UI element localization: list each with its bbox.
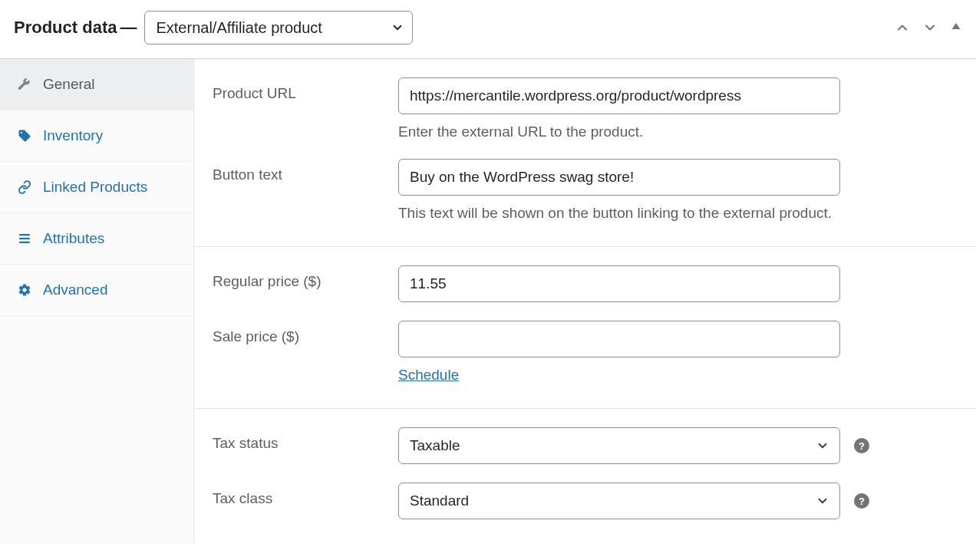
wrench-icon (17, 77, 32, 92)
section-pricing: Regular price ($) Sale price ($) Schedul… (194, 247, 976, 409)
section-tax: Tax status Taxable ? Tax class (194, 409, 976, 544)
panel-title-dash: — (120, 18, 137, 38)
tax-status-select[interactable]: Taxable (398, 427, 840, 464)
section-external: Product URL Enter the external URL to th… (194, 59, 976, 247)
tab-label: Advanced (43, 282, 108, 298)
panel-controls (895, 20, 962, 35)
product-data-tabs: General Inventory Linked Products Attrib… (0, 59, 194, 544)
button-text-label: Button text (213, 159, 398, 183)
tax-class-value: Standard (410, 492, 469, 509)
sale-price-input[interactable] (398, 321, 840, 357)
tab-linked-products[interactable]: Linked Products (0, 162, 193, 213)
gear-icon (17, 282, 32, 298)
sale-price-label: Sale price ($) (213, 321, 398, 345)
tab-advanced[interactable]: Advanced (0, 265, 193, 316)
tax-status-help-icon[interactable]: ? (854, 438, 869, 453)
svg-rect-3 (19, 242, 30, 243)
tab-attributes[interactable]: Attributes (0, 213, 193, 265)
panel-move-down-icon[interactable] (922, 20, 938, 35)
tax-status-label: Tax status (213, 427, 398, 452)
panel-title: Product data (14, 18, 117, 38)
product-url-label: Product URL (213, 77, 398, 102)
link-icon (17, 180, 32, 195)
panel-move-up-icon[interactable] (895, 20, 910, 35)
panel-body: General Inventory Linked Products Attrib… (0, 59, 976, 544)
panel-header: Product data — External/Affiliate produc… (0, 0, 976, 59)
button-text-input[interactable] (398, 159, 840, 196)
tab-label: General (43, 76, 95, 93)
regular-price-input[interactable] (398, 265, 840, 302)
product-url-input[interactable] (398, 77, 840, 114)
tab-label: Attributes (43, 230, 104, 247)
button-text-helper: This text will be shown on the button li… (398, 205, 958, 222)
product-type-select[interactable]: External/Affiliate product (144, 11, 413, 44)
tab-general[interactable]: General (0, 59, 193, 110)
panel-content: Product URL Enter the external URL to th… (194, 59, 976, 544)
chevron-down-icon (816, 439, 829, 453)
chevron-down-icon (816, 494, 829, 508)
tax-class-label: Tax class (213, 483, 398, 507)
svg-marker-0 (952, 23, 961, 29)
tab-label: Inventory (43, 127, 103, 144)
svg-rect-2 (19, 238, 30, 239)
tax-status-value: Taxable (410, 437, 460, 454)
tax-class-help-icon[interactable]: ? (854, 493, 869, 509)
list-icon (17, 231, 32, 246)
product-type-value: External/Affiliate product (156, 19, 321, 37)
tab-label: Linked Products (43, 179, 147, 196)
svg-rect-1 (19, 234, 30, 236)
panel-toggle-icon[interactable] (950, 20, 962, 35)
schedule-link[interactable]: Schedule (398, 367, 459, 384)
chevron-down-icon (391, 21, 404, 35)
tax-class-select[interactable]: Standard (398, 483, 840, 519)
product-url-helper: Enter the external URL to the product. (398, 124, 958, 140)
regular-price-label: Regular price ($) (213, 265, 398, 290)
tab-inventory[interactable]: Inventory (0, 110, 193, 162)
tag-icon (17, 128, 32, 143)
